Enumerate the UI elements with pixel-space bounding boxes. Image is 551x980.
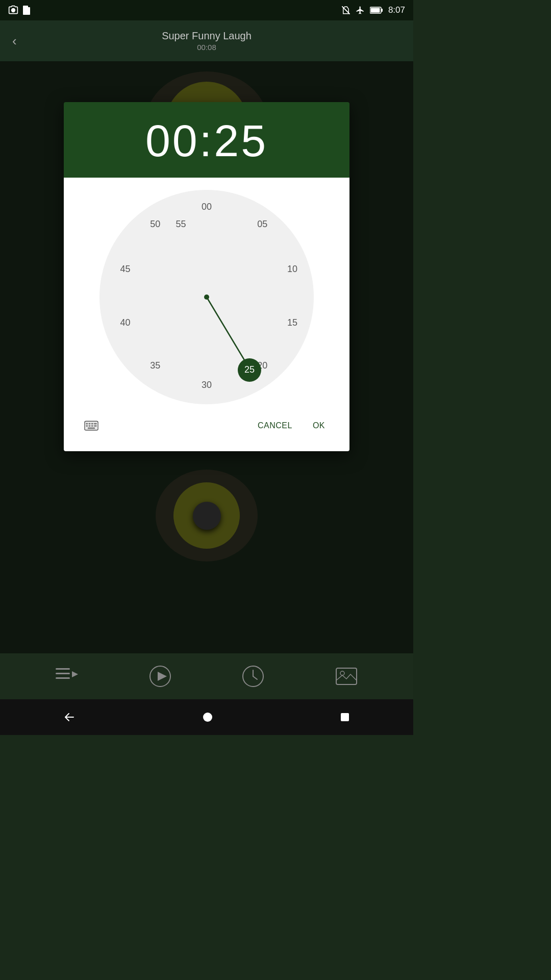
clock-face[interactable]: 00 05 10 15 20 30 35 (99, 190, 314, 404)
svg-point-0 (11, 8, 15, 12)
clock-selected-25[interactable]: 25 (238, 358, 261, 382)
status-time: 8:07 (388, 5, 405, 15)
dialog-actions: CANCEL OK (249, 416, 333, 435)
svg-rect-1 (23, 7, 30, 15)
nav-back-button[interactable] (63, 711, 76, 723)
time-header: 00:25 (64, 102, 349, 178)
svg-point-26 (340, 671, 344, 675)
sdcard-icon (22, 5, 31, 15)
playlist-button[interactable] (56, 667, 78, 685)
sim-blocked-icon (341, 6, 350, 15)
svg-rect-14 (89, 425, 91, 427)
svg-rect-19 (56, 673, 70, 674)
keyboard-toggle-button[interactable] (80, 414, 103, 437)
svg-rect-2 (23, 6, 28, 8)
image-button[interactable] (335, 666, 358, 687)
play-button[interactable] (149, 665, 171, 688)
main-content: 00:25 00 05 10 15 2 (0, 61, 413, 674)
time-picker-dialog: 00:25 00 05 10 15 2 (64, 102, 349, 451)
cancel-button[interactable]: CANCEL (249, 416, 300, 435)
svg-rect-15 (91, 425, 93, 427)
svg-rect-18 (56, 668, 70, 670)
svg-point-27 (203, 713, 212, 722)
airplane-icon (356, 6, 365, 15)
back-button[interactable]: ‹ (12, 33, 17, 49)
selected-number-label: 25 (244, 364, 255, 375)
clock-center (204, 295, 209, 300)
svg-rect-5 (381, 9, 383, 12)
svg-rect-25 (336, 668, 357, 684)
time-display: 00:25 (76, 118, 337, 163)
svg-line-7 (207, 297, 249, 369)
battery-icon (370, 7, 383, 14)
clock-body: 00 05 10 15 20 30 35 (64, 178, 349, 451)
svg-rect-17 (88, 428, 95, 429)
bottom-toolbar (0, 653, 413, 699)
nav-recent-button[interactable] (340, 712, 350, 722)
camera-icon (8, 5, 18, 15)
keyboard-icon (84, 421, 98, 431)
svg-rect-12 (94, 423, 96, 425)
dialog-overlay: 00:25 00 05 10 15 2 (0, 61, 413, 674)
svg-rect-13 (86, 425, 88, 427)
svg-rect-11 (91, 423, 93, 425)
svg-rect-6 (370, 8, 380, 13)
svg-rect-10 (89, 423, 91, 425)
clock-face-container: 00 05 10 15 20 30 35 (76, 190, 337, 404)
svg-rect-20 (56, 677, 70, 679)
status-bar: 8:07 (0, 0, 413, 20)
song-duration: 00:08 (162, 43, 252, 52)
ok-button[interactable]: OK (305, 416, 333, 435)
svg-line-24 (253, 676, 257, 679)
status-right-icons: 8:07 (341, 5, 405, 15)
top-bar: ‹ Super Funny Laugh 00:08 (0, 20, 413, 61)
svg-rect-28 (341, 713, 349, 721)
clock-button[interactable] (242, 665, 264, 688)
nav-home-button[interactable] (203, 712, 213, 722)
svg-rect-16 (94, 425, 96, 427)
svg-rect-9 (86, 423, 88, 425)
status-left-icons (8, 5, 31, 15)
dialog-buttons: CANCEL OK (76, 414, 337, 441)
nav-bar (0, 699, 413, 735)
top-title: Super Funny Laugh 00:08 (162, 30, 252, 52)
song-title: Super Funny Laugh (162, 30, 252, 42)
